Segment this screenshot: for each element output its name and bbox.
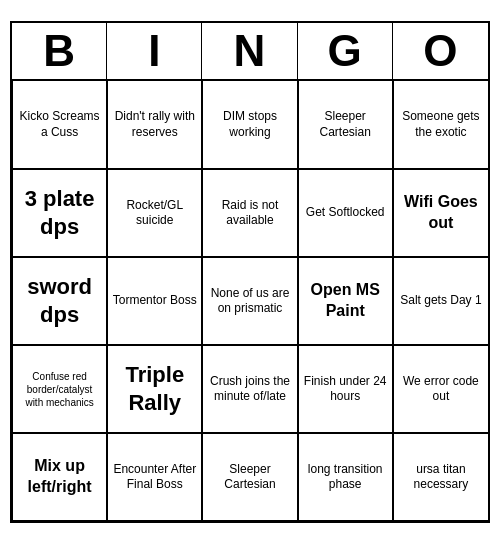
bingo-cell-15: Confuse red border/catalyst with mechani… xyxy=(12,345,107,433)
bingo-cell-7: Raid is not available xyxy=(202,169,297,257)
bingo-cell-11: Tormentor Boss xyxy=(107,257,202,345)
bingo-letter-o: O xyxy=(393,23,488,79)
bingo-letter-g: G xyxy=(298,23,393,79)
bingo-cell-8: Get Softlocked xyxy=(298,169,393,257)
bingo-cell-21: Encounter After Final Boss xyxy=(107,433,202,521)
bingo-cell-0: Kicko Screams a Cuss xyxy=(12,81,107,169)
bingo-cell-23: long transition phase xyxy=(298,433,393,521)
bingo-letter-i: I xyxy=(107,23,202,79)
bingo-cell-3: Sleeper Cartesian xyxy=(298,81,393,169)
bingo-cell-16: Triple Rally xyxy=(107,345,202,433)
bingo-cell-10: sword dps xyxy=(12,257,107,345)
bingo-cell-4: Someone gets the exotic xyxy=(393,81,488,169)
bingo-cell-1: Didn't rally with reserves xyxy=(107,81,202,169)
bingo-cell-18: Finish under 24 hours xyxy=(298,345,393,433)
bingo-cell-13: Open MS Paint xyxy=(298,257,393,345)
bingo-cell-6: Rocket/GL suicide xyxy=(107,169,202,257)
bingo-cell-20: Mix up left/right xyxy=(12,433,107,521)
bingo-cell-24: ursa titan necessary xyxy=(393,433,488,521)
bingo-cell-9: Wifi Goes out xyxy=(393,169,488,257)
bingo-letter-n: N xyxy=(202,23,297,79)
bingo-cell-14: Salt gets Day 1 xyxy=(393,257,488,345)
bingo-card: BINGO Kicko Screams a CussDidn't rally w… xyxy=(10,21,490,523)
bingo-letter-b: B xyxy=(12,23,107,79)
bingo-cell-17: Crush joins the minute of/late xyxy=(202,345,297,433)
bingo-cell-5: 3 plate dps xyxy=(12,169,107,257)
bingo-grid: Kicko Screams a CussDidn't rally with re… xyxy=(12,81,488,521)
bingo-header: BINGO xyxy=(12,23,488,81)
bingo-cell-19: We error code out xyxy=(393,345,488,433)
bingo-cell-22: Sleeper Cartesian xyxy=(202,433,297,521)
bingo-cell-2: DIM stops working xyxy=(202,81,297,169)
bingo-cell-12: None of us are on prismatic xyxy=(202,257,297,345)
